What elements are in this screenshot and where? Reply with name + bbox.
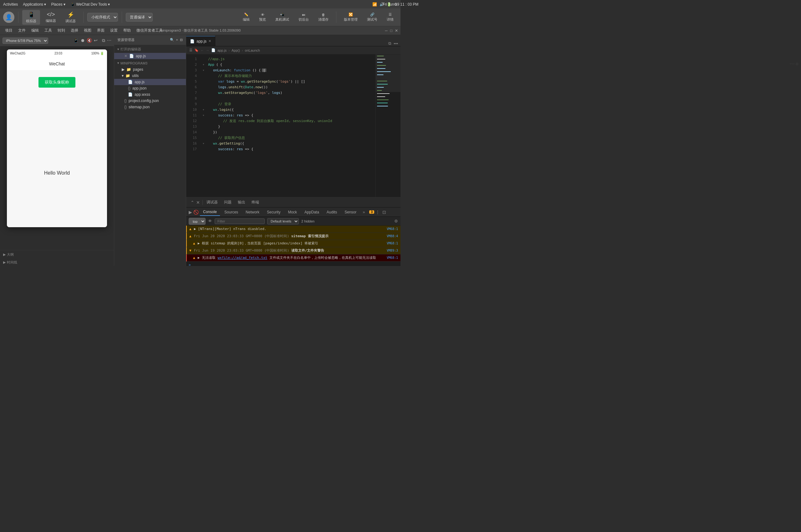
phone-icon[interactable]: 📱 xyxy=(73,38,78,43)
menu-view[interactable]: 视图 xyxy=(81,27,94,34)
console-settings-icon[interactable]: ⚙ xyxy=(394,219,398,224)
console-link-4[interactable]: VM89:3 xyxy=(387,248,398,253)
collapse-icon[interactable]: ⊟ xyxy=(180,38,183,42)
close-btn[interactable]: ✕ xyxy=(395,28,398,33)
split-editor-icon[interactable]: ⧉ xyxy=(388,41,391,46)
expand-console-btn[interactable]: ⌃ xyxy=(191,200,194,205)
mode-select[interactable]: 小程序模式 xyxy=(87,13,118,22)
simulator-btn[interactable]: 📱 模拟器 xyxy=(22,10,40,25)
debugger-btn[interactable]: ⚡ 调试器 xyxy=(62,10,79,25)
project-toggle[interactable]: ▾ MINIPROGRAM3 xyxy=(114,59,186,66)
activities-btn[interactable]: Activities xyxy=(3,2,18,6)
edit-btn[interactable]: ✏️ 编辑 xyxy=(239,11,253,23)
menu-edit[interactable]: 编辑 xyxy=(29,27,41,34)
console-run-icon[interactable]: ▶ xyxy=(189,210,192,215)
menu-interface[interactable]: 界面 xyxy=(95,27,107,34)
appjs-file[interactable]: 📄 app.js xyxy=(114,79,186,85)
compile-select[interactable]: 普通编译 xyxy=(126,13,153,22)
more-tabs[interactable]: » xyxy=(361,210,367,214)
menu-goto[interactable]: 转到 xyxy=(55,27,68,34)
console-link-1[interactable]: VM68:1 xyxy=(387,227,398,232)
console-output[interactable]: ▲ ▶ [NTrans][Master] nTrans diasbled. VM… xyxy=(186,226,400,266)
tab-close-btn[interactable]: ✕ xyxy=(208,39,211,43)
test-btn[interactable]: 🔗 测试号 xyxy=(363,11,381,23)
console-link-2[interactable]: VM88:4 xyxy=(387,234,398,239)
outline-arrow: ▶ xyxy=(3,252,6,256)
filter-input[interactable] xyxy=(215,218,265,224)
minimap xyxy=(376,54,400,197)
console-clear-icon[interactable]: 🚫 xyxy=(193,210,199,215)
menu-settings[interactable]: 设置 xyxy=(108,27,120,34)
tab-problems[interactable]: 问题 xyxy=(221,198,235,206)
wechat-devtools-btn[interactable]: 📱 WeChat Dev Tools ▾ xyxy=(71,2,110,6)
appdata-tab[interactable]: AppData xyxy=(301,209,322,216)
close-file-icon[interactable]: ✕ xyxy=(124,54,127,58)
menu-help[interactable]: 帮助 xyxy=(121,27,133,34)
tab-terminal[interactable]: 终端 xyxy=(248,198,262,206)
cut-btn[interactable]: ⏭ 切后台 xyxy=(295,12,312,23)
appjson-file[interactable]: {} app.json xyxy=(114,85,186,91)
minimize-btn[interactable]: ─ xyxy=(385,28,388,33)
code-content[interactable]: //app.js ▾ App({ ▾ onLaunch: function ()… xyxy=(199,54,376,197)
sensor-tab[interactable]: Sensor xyxy=(341,209,360,216)
console-menu-icon[interactable]: ⋮ xyxy=(376,210,380,215)
security-tab[interactable]: Security xyxy=(264,209,284,216)
detail-btn[interactable]: ☰ 详情 xyxy=(383,11,397,23)
menu-file[interactable]: 文件 xyxy=(16,27,28,34)
maximize-btn[interactable]: □ xyxy=(390,28,393,33)
console-prompt-line[interactable]: > xyxy=(186,262,400,266)
breadcrumb-menu-icon[interactable]: ☰ xyxy=(189,48,192,52)
appwxss-file[interactable]: 📄 app.wxss xyxy=(114,91,186,98)
project-config-file[interactable]: {} project.config.json xyxy=(114,98,186,104)
console-text-5: ▶ 无法读取 wxfile://ad/ad_fetch.txt 文件或文件夹不在… xyxy=(198,255,384,260)
capture-icon[interactable]: ⏺ xyxy=(80,38,85,43)
console-dock-icon[interactable]: ⊡ xyxy=(382,210,386,215)
more-editor-icon[interactable]: ••• xyxy=(394,41,398,46)
breadcrumb-onlaunch[interactable]: onLaunch xyxy=(245,49,260,52)
menu-project[interactable]: 项目 xyxy=(2,27,15,34)
device-select[interactable]: iPhone 6/7/8 Plus 75% xyxy=(2,38,48,44)
timeline-toggle[interactable]: ▶ 时间线 xyxy=(0,258,114,266)
console-tab[interactable]: Console xyxy=(200,208,220,216)
breadcrumb-back-icon[interactable]: ← xyxy=(201,49,204,52)
context-select[interactable]: top xyxy=(189,218,206,225)
file-link[interactable]: wxfile://ad/ad_fetch.txt xyxy=(218,256,268,260)
log-level-select[interactable]: Default levels xyxy=(267,218,299,224)
search-icon[interactable]: 🔍 xyxy=(170,38,174,42)
sitemap-file[interactable]: {} sitemap.json xyxy=(114,104,186,110)
tab-output[interactable]: 输出 xyxy=(235,198,248,206)
console-link-3[interactable]: VM68:1 xyxy=(387,241,398,246)
clear-cache-btn[interactable]: 🗑 清缓存 xyxy=(314,12,332,23)
menu-tools[interactable]: 工具 xyxy=(42,27,54,34)
preview-btn[interactable]: 👁 预览 xyxy=(255,12,270,23)
audits-tab[interactable]: Audits xyxy=(324,209,340,216)
breadcrumb-appjs[interactable]: app.js xyxy=(217,49,227,52)
breadcrumb-forward-icon[interactable]: → xyxy=(206,49,209,52)
new-file-icon[interactable]: + xyxy=(176,38,178,42)
editor-btn[interactable]: </> 编辑器 xyxy=(42,10,60,24)
version-btn[interactable]: 🔀 版本管理 xyxy=(340,11,361,23)
menu-select[interactable]: 选择 xyxy=(68,27,81,34)
audio-icon[interactable]: 🔇 xyxy=(87,38,92,43)
mock-tab[interactable]: Mock xyxy=(285,209,300,216)
real-machine-btn[interactable]: 📲 真机调试 xyxy=(272,11,293,23)
more-icon[interactable]: ⋯ xyxy=(107,38,111,43)
utils-folder[interactable]: ▾ 📁 utils xyxy=(114,73,186,79)
close-console-btn[interactable]: ✕ xyxy=(196,200,200,205)
split-icon[interactable]: ⧉ xyxy=(102,38,105,43)
rotate-icon[interactable]: ↩ xyxy=(94,38,98,43)
outline-toggle[interactable]: ▶ 大纲 xyxy=(0,250,114,258)
eye-icon[interactable]: 👁 xyxy=(208,219,212,224)
open-editors-toggle[interactable]: ▾ 打开的编辑器 xyxy=(114,45,186,53)
sources-tab[interactable]: Sources xyxy=(221,209,241,216)
tab-debugger[interactable]: 调试器 xyxy=(203,198,221,206)
console-link-5[interactable]: VM68:1 xyxy=(387,255,398,260)
pages-folder[interactable]: ▶ 📁 pages xyxy=(114,66,186,73)
warn-fold-icon[interactable]: ▼ xyxy=(189,248,191,253)
network-tab[interactable]: Network xyxy=(243,209,263,216)
applications-btn[interactable]: Applications ▾ xyxy=(23,2,46,6)
places-btn[interactable]: Places ▾ xyxy=(51,2,65,6)
breadcrumb-app[interactable]: App() xyxy=(231,49,240,52)
editor-tab-appjs[interactable]: 📄 app.js ✕ xyxy=(186,36,215,46)
open-file-appjs[interactable]: ✕ 📄 app.js xyxy=(114,53,186,59)
